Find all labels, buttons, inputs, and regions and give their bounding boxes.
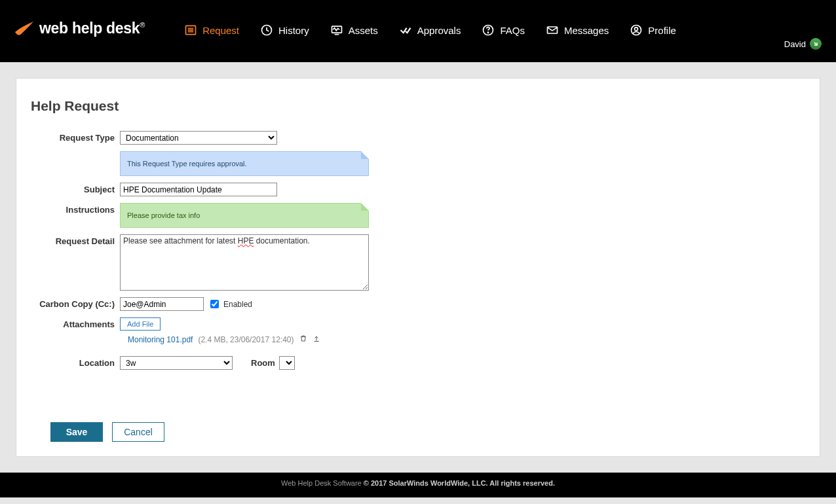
nav-request[interactable]: Request [184,24,239,37]
svg-point-11 [635,27,638,31]
attachments-label: Attachments [31,317,120,329]
clock-icon [260,24,273,37]
nav-faqs[interactable]: FAQs [482,24,525,37]
app-logo: web help desk® [14,20,145,37]
attachment-meta: (2.4 MB, 23/06/2017 12:40) [198,335,294,344]
subject-label: Subject [31,183,120,194]
instructions-label: Instructions [31,203,120,215]
mail-icon [546,24,559,37]
instructions-note: Please provide tax info [120,203,369,228]
attachment-link[interactable]: Monitoring 101.pdf [128,335,193,344]
cc-enabled-checkbox[interactable] [210,300,219,308]
form-panel: Help Request Request Type Documentation … [16,78,820,457]
logo-text: web help desk® [39,20,145,37]
attachment-item: Monitoring 101.pdf (2.4 MB, 23/06/2017 1… [120,334,320,344]
room-select[interactable] [279,356,295,370]
nav-label: Profile [648,25,676,36]
trash-icon[interactable] [299,334,307,344]
app-header: web help desk® Request History Assets [0,0,836,62]
check-icon [399,24,412,37]
approval-note: This Request Type requires approval. [120,151,369,176]
save-button[interactable]: Save [50,422,103,442]
content-area: Help Request Request Type Documentation … [0,62,836,473]
nav-label: FAQs [500,25,525,36]
main-nav: Request History Assets Approvals FAQs [184,24,676,37]
logo-swoosh-icon [14,20,34,37]
page-title: Help Request [31,98,805,114]
detail-textarea[interactable]: Please see attachment for latest HPE doc… [120,234,369,291]
upload-icon[interactable] [313,334,320,344]
add-file-button[interactable]: Add File [120,317,161,331]
nav-label: Assets [349,25,378,36]
svg-point-8 [488,32,489,33]
nav-label: History [278,25,309,36]
list-icon [184,24,197,37]
cc-enabled-label: Enabled [223,300,252,309]
nav-assets[interactable]: Assets [330,24,378,37]
nav-approvals[interactable]: Approvals [399,24,461,37]
request-type-label: Request Type [31,131,120,143]
nav-history[interactable]: History [260,24,309,37]
monitor-icon [330,24,343,37]
request-type-select[interactable]: Documentation [120,131,277,145]
nav-label: Approvals [417,25,461,36]
location-select[interactable]: 3w [120,356,233,370]
room-label: Room [251,358,275,368]
cc-input[interactable] [120,297,204,311]
user-name: David [784,39,806,49]
user-icon [630,24,643,37]
question-icon [482,24,495,37]
cc-label: Carbon Copy (Cc:) [31,297,120,309]
user-menu[interactable]: David [784,38,822,50]
subject-input[interactable] [120,183,277,196]
user-avatar-icon [810,38,822,50]
cancel-button[interactable]: Cancel [112,422,164,442]
nav-messages[interactable]: Messages [546,24,609,37]
form-actions: Save Cancel [31,422,805,442]
detail-label: Request Detail [31,234,120,246]
nav-label: Request [202,25,239,36]
nav-label: Messages [564,25,609,36]
nav-profile[interactable]: Profile [630,24,676,37]
app-footer: Web Help Desk Software © 2017 SolarWinds… [0,473,836,497]
location-label: Location [31,356,120,368]
